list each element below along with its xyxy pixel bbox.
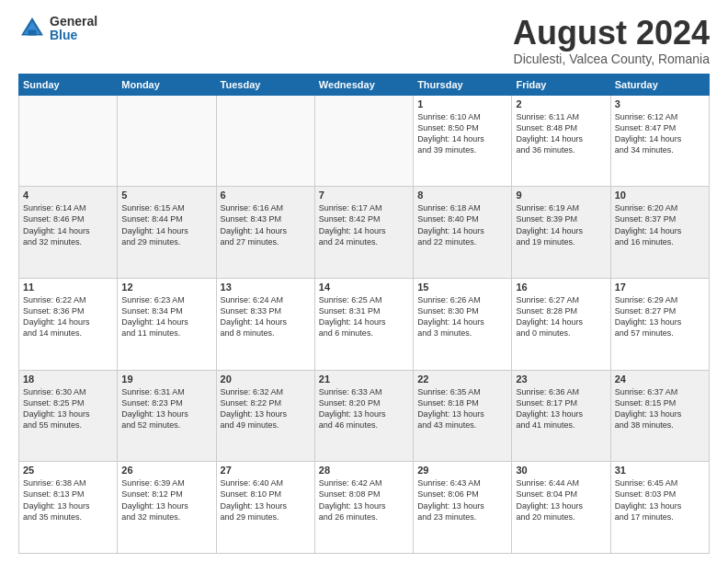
day-number: 31 [615,465,705,476]
col-friday: Friday [512,74,610,95]
table-row: 6Sunrise: 6:16 AM Sunset: 8:43 PM Daylig… [216,187,314,279]
day-info: Sunrise: 6:17 AM Sunset: 8:42 PM Dayligh… [319,202,409,247]
day-number: 3 [615,98,705,109]
day-number: 27 [221,465,311,476]
day-number: 9 [516,190,606,201]
day-info: Sunrise: 6:20 AM Sunset: 8:37 PM Dayligh… [615,202,705,247]
day-info: Sunrise: 6:27 AM Sunset: 8:28 PM Dayligh… [516,294,606,339]
day-info: Sunrise: 6:23 AM Sunset: 8:34 PM Dayligh… [121,294,211,339]
calendar-header-row: Sunday Monday Tuesday Wednesday Thursday… [19,74,710,95]
logo-general-text: General [50,15,97,29]
day-number: 13 [221,282,311,293]
table-row: 15Sunrise: 6:26 AM Sunset: 8:30 PM Dayli… [414,278,512,370]
day-info: Sunrise: 6:39 AM Sunset: 8:12 PM Dayligh… [121,477,211,523]
table-row: 9Sunrise: 6:19 AM Sunset: 8:39 PM Daylig… [512,187,610,279]
calendar-week-row: 25Sunrise: 6:38 AM Sunset: 8:13 PM Dayli… [19,462,710,554]
day-info: Sunrise: 6:36 AM Sunset: 8:17 PM Dayligh… [516,386,606,431]
header: General Blue August 2024 Diculesti, Valc… [18,15,710,66]
day-number: 14 [319,282,409,293]
day-info: Sunrise: 6:26 AM Sunset: 8:30 PM Dayligh… [417,294,507,339]
day-number: 8 [417,190,507,201]
table-row: 29Sunrise: 6:43 AM Sunset: 8:06 PM Dayli… [414,462,512,554]
day-number: 6 [221,190,311,201]
table-row: 5Sunrise: 6:15 AM Sunset: 8:44 PM Daylig… [118,187,216,279]
day-number: 19 [121,373,211,385]
main-title: August 2024 [513,15,710,52]
col-thursday: Thursday [414,74,512,95]
day-info: Sunrise: 6:43 AM Sunset: 8:06 PM Dayligh… [417,477,507,523]
table-row: 10Sunrise: 6:20 AM Sunset: 8:37 PM Dayli… [610,187,709,279]
day-info: Sunrise: 6:19 AM Sunset: 8:39 PM Dayligh… [516,202,606,247]
day-info: Sunrise: 6:31 AM Sunset: 8:23 PM Dayligh… [121,386,211,431]
calendar-week-row: 1Sunrise: 6:10 AM Sunset: 8:50 PM Daylig… [19,95,710,187]
day-number: 22 [417,373,507,385]
day-info: Sunrise: 6:40 AM Sunset: 8:10 PM Dayligh… [221,477,311,523]
calendar-week-row: 18Sunrise: 6:30 AM Sunset: 8:25 PM Dayli… [19,370,710,462]
page: General Blue August 2024 Diculesti, Valc… [0,0,728,563]
table-row: 28Sunrise: 6:42 AM Sunset: 8:08 PM Dayli… [314,462,413,554]
day-number: 16 [516,282,606,293]
table-row [118,95,216,187]
table-row: 4Sunrise: 6:14 AM Sunset: 8:46 PM Daylig… [19,187,118,279]
table-row [314,95,413,187]
table-row: 22Sunrise: 6:35 AM Sunset: 8:18 PM Dayli… [414,370,512,462]
table-row: 18Sunrise: 6:30 AM Sunset: 8:25 PM Dayli… [19,370,118,462]
table-row: 25Sunrise: 6:38 AM Sunset: 8:13 PM Dayli… [19,462,118,554]
day-info: Sunrise: 6:24 AM Sunset: 8:33 PM Dayligh… [221,294,311,339]
day-info: Sunrise: 6:30 AM Sunset: 8:25 PM Dayligh… [23,386,113,431]
calendar-week-row: 4Sunrise: 6:14 AM Sunset: 8:46 PM Daylig… [19,187,710,279]
day-number: 4 [23,190,113,201]
day-number: 2 [516,98,606,109]
day-number: 17 [615,282,705,293]
table-row: 11Sunrise: 6:22 AM Sunset: 8:36 PM Dayli… [19,278,118,370]
table-row: 13Sunrise: 6:24 AM Sunset: 8:33 PM Dayli… [216,278,314,370]
table-row: 23Sunrise: 6:36 AM Sunset: 8:17 PM Dayli… [512,370,610,462]
day-number: 7 [319,190,409,201]
logo: General Blue [18,15,97,43]
calendar-week-row: 11Sunrise: 6:22 AM Sunset: 8:36 PM Dayli… [19,278,710,370]
table-row: 21Sunrise: 6:33 AM Sunset: 8:20 PM Dayli… [314,370,413,462]
day-info: Sunrise: 6:12 AM Sunset: 8:47 PM Dayligh… [615,111,705,156]
day-number: 30 [516,465,606,476]
day-number: 29 [417,465,507,476]
day-info: Sunrise: 6:29 AM Sunset: 8:27 PM Dayligh… [615,294,705,339]
day-info: Sunrise: 6:14 AM Sunset: 8:46 PM Dayligh… [23,202,113,247]
col-monday: Monday [118,74,216,95]
table-row: 7Sunrise: 6:17 AM Sunset: 8:42 PM Daylig… [314,187,413,279]
table-row: 26Sunrise: 6:39 AM Sunset: 8:12 PM Dayli… [118,462,216,554]
day-number: 18 [23,373,113,385]
day-info: Sunrise: 6:38 AM Sunset: 8:13 PM Dayligh… [23,477,113,523]
day-info: Sunrise: 6:35 AM Sunset: 8:18 PM Dayligh… [417,386,507,431]
day-number: 10 [615,190,705,201]
svg-rect-2 [28,30,37,36]
table-row: 3Sunrise: 6:12 AM Sunset: 8:47 PM Daylig… [610,95,709,187]
table-row: 8Sunrise: 6:18 AM Sunset: 8:40 PM Daylig… [414,187,512,279]
table-row: 27Sunrise: 6:40 AM Sunset: 8:10 PM Dayli… [216,462,314,554]
table-row: 31Sunrise: 6:45 AM Sunset: 8:03 PM Dayli… [610,462,709,554]
day-info: Sunrise: 6:22 AM Sunset: 8:36 PM Dayligh… [23,294,113,339]
day-number: 25 [23,465,113,476]
day-number: 5 [121,190,211,201]
table-row: 12Sunrise: 6:23 AM Sunset: 8:34 PM Dayli… [118,278,216,370]
day-info: Sunrise: 6:33 AM Sunset: 8:20 PM Dayligh… [319,386,409,431]
day-number: 20 [221,373,311,385]
subtitle: Diculesti, Valcea County, Romania [513,52,710,66]
table-row: 24Sunrise: 6:37 AM Sunset: 8:15 PM Dayli… [610,370,709,462]
day-number: 24 [615,373,705,385]
title-block: August 2024 Diculesti, Valcea County, Ro… [513,15,710,66]
day-info: Sunrise: 6:37 AM Sunset: 8:15 PM Dayligh… [615,386,705,431]
table-row: 14Sunrise: 6:25 AM Sunset: 8:31 PM Dayli… [314,278,413,370]
table-row: 30Sunrise: 6:44 AM Sunset: 8:04 PM Dayli… [512,462,610,554]
table-row [216,95,314,187]
day-number: 12 [121,282,211,293]
day-number: 23 [516,373,606,385]
table-row: 20Sunrise: 6:32 AM Sunset: 8:22 PM Dayli… [216,370,314,462]
day-info: Sunrise: 6:25 AM Sunset: 8:31 PM Dayligh… [319,294,409,339]
calendar-table: Sunday Monday Tuesday Wednesday Thursday… [18,74,710,554]
table-row: 17Sunrise: 6:29 AM Sunset: 8:27 PM Dayli… [610,278,709,370]
day-info: Sunrise: 6:45 AM Sunset: 8:03 PM Dayligh… [615,477,705,523]
col-wednesday: Wednesday [314,74,413,95]
day-info: Sunrise: 6:11 AM Sunset: 8:48 PM Dayligh… [516,111,606,156]
day-number: 28 [319,465,409,476]
logo-icon [18,15,46,42]
